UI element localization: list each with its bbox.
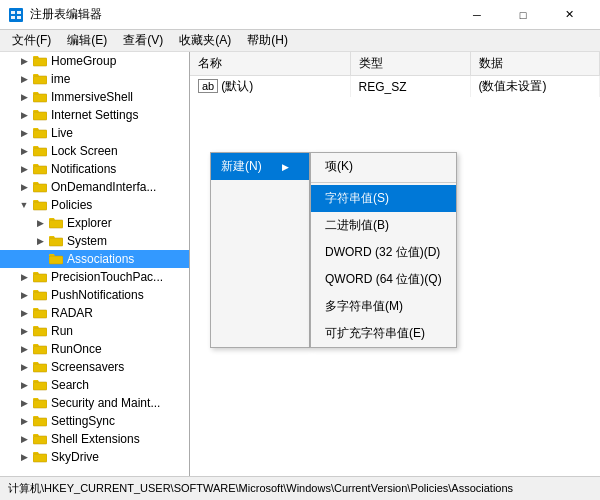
folder-icon <box>32 288 48 302</box>
status-path: 计算机\HKEY_CURRENT_USER\SOFTWARE\Microsoft… <box>8 481 513 496</box>
tree-item-ime[interactable]: ▶ ime <box>0 70 189 88</box>
tree-container: ▶ HomeGroup▶ ime▶ ImmersiveShell▶ Intern… <box>0 52 189 466</box>
svg-rect-4 <box>17 16 21 19</box>
tree-expander-icon[interactable]: ▶ <box>16 416 32 426</box>
svg-rect-39 <box>33 364 47 372</box>
menu-help[interactable]: 帮助(H) <box>239 30 296 51</box>
folder-icon <box>48 216 64 230</box>
tree-item-precisiontouchpac[interactable]: ▶ PrecisionTouchPac... <box>0 268 189 286</box>
context-menu-new[interactable]: 新建(N) ▶ <box>211 153 309 180</box>
tree-expander-icon[interactable]: ▶ <box>32 236 48 246</box>
tree-item-label: Associations <box>67 252 134 266</box>
tree-item-internetsettings[interactable]: ▶ Internet Settings <box>0 106 189 124</box>
tree-item-screensavers[interactable]: ▶ Screensavers <box>0 358 189 376</box>
tree-item-label: HomeGroup <box>51 54 116 68</box>
svg-rect-21 <box>33 202 47 210</box>
tree-panel: ▶ HomeGroup▶ ime▶ ImmersiveShell▶ Intern… <box>0 52 190 476</box>
tree-item-label: Search <box>51 378 89 392</box>
app-title: 注册表编辑器 <box>30 6 454 23</box>
tree-expander-icon[interactable]: ▶ <box>16 434 32 444</box>
context-submenu: 项(K) 字符串值(S) 二进制值(B) DWORD (32 位值)(D) QW… <box>310 152 457 348</box>
tree-item-homegroup[interactable]: ▶ HomeGroup <box>0 52 189 70</box>
tree-item-label: ime <box>51 72 70 86</box>
tree-expander-icon[interactable]: ▶ <box>16 326 32 336</box>
tree-item-shellextensions[interactable]: ▶ Shell Extensions <box>0 430 189 448</box>
svg-rect-31 <box>33 292 47 300</box>
tree-expander-icon[interactable]: ▶ <box>16 308 32 318</box>
svg-rect-3 <box>11 16 15 19</box>
tree-item-immersiveshell[interactable]: ▶ ImmersiveShell <box>0 88 189 106</box>
tree-expander-icon[interactable]: ▶ <box>16 380 32 390</box>
tree-item-label: Run <box>51 324 73 338</box>
svg-rect-29 <box>33 274 47 282</box>
right-panel: 名称 类型 数据 ab(默认)REG_SZ(数值未设置) 新建(N) ▶ 项(K… <box>190 52 600 476</box>
tree-expander-icon[interactable]: ▶ <box>16 110 32 120</box>
context-menu-container: 新建(N) ▶ 项(K) 字符串值(S) 二进制值(B) DWORD (32 位… <box>210 152 457 348</box>
submenu-item-4[interactable]: QWORD (64 位值)(Q) <box>311 266 456 293</box>
tree-item-radar[interactable]: ▶ RADAR <box>0 304 189 322</box>
submenu-item-0[interactable]: 项(K) <box>311 153 456 180</box>
tree-item-securityandmaint[interactable]: ▶ Security and Maint... <box>0 394 189 412</box>
folder-icon <box>48 234 64 248</box>
tree-expander-icon[interactable]: ▶ <box>16 344 32 354</box>
tree-expander-icon[interactable]: ▶ <box>16 164 32 174</box>
folder-icon <box>32 306 48 320</box>
svg-rect-43 <box>33 400 47 408</box>
close-button[interactable]: ✕ <box>546 0 592 30</box>
svg-rect-13 <box>33 130 47 138</box>
tree-expander-icon[interactable]: ▶ <box>16 398 32 408</box>
svg-rect-41 <box>33 382 47 390</box>
tree-expander-icon[interactable]: ▶ <box>16 92 32 102</box>
folder-icon <box>32 450 48 464</box>
submenu-item-2[interactable]: 二进制值(B) <box>311 212 456 239</box>
tree-expander-icon[interactable]: ▶ <box>16 128 32 138</box>
tree-item-runonce[interactable]: ▶ RunOnce <box>0 340 189 358</box>
tree-expander-icon[interactable]: ▶ <box>16 74 32 84</box>
folder-icon <box>32 342 48 356</box>
tree-expander-icon[interactable]: ▶ <box>16 272 32 282</box>
tree-item-notifications[interactable]: ▶ Notifications <box>0 160 189 178</box>
tree-expander-icon[interactable]: ▶ <box>32 218 48 228</box>
tree-expander-icon[interactable]: ▶ <box>16 452 32 462</box>
tree-item-associations[interactable]: Associations <box>0 250 189 268</box>
tree-expander-icon[interactable]: ▶ <box>16 182 32 192</box>
folder-icon <box>32 126 48 140</box>
tree-item-live[interactable]: ▶ Live <box>0 124 189 142</box>
table-row[interactable]: ab(默认)REG_SZ(数值未设置) <box>190 76 600 98</box>
context-menu-new-label: 新建(N) <box>221 158 262 175</box>
tree-item-search[interactable]: ▶ Search <box>0 376 189 394</box>
menu-favorites[interactable]: 收藏夹(A) <box>171 30 239 51</box>
folder-icon <box>32 162 48 176</box>
tree-item-settingsync[interactable]: ▶ SettingSync <box>0 412 189 430</box>
tree-scroll[interactable]: ▶ HomeGroup▶ ime▶ ImmersiveShell▶ Intern… <box>0 52 189 476</box>
menu-file[interactable]: 文件(F) <box>4 30 59 51</box>
folder-icon <box>32 414 48 428</box>
tree-item-label: SkyDrive <box>51 450 99 464</box>
submenu-item-6[interactable]: 可扩充字符串值(E) <box>311 320 456 347</box>
table-body: ab(默认)REG_SZ(数值未设置) <box>190 76 600 98</box>
tree-item-explorer[interactable]: ▶ Explorer <box>0 214 189 232</box>
maximize-button[interactable]: □ <box>500 0 546 30</box>
submenu-item-1[interactable]: 字符串值(S) <box>311 185 456 212</box>
app-icon <box>8 7 24 23</box>
tree-expander-icon[interactable]: ▶ <box>16 146 32 156</box>
col-name: 名称 <box>190 52 350 76</box>
tree-item-skydrive[interactable]: ▶ SkyDrive <box>0 448 189 466</box>
menu-edit[interactable]: 编辑(E) <box>59 30 115 51</box>
tree-item-lockscreen[interactable]: ▶ Lock Screen <box>0 142 189 160</box>
tree-item-run[interactable]: ▶ Run <box>0 322 189 340</box>
menu-view[interactable]: 查看(V) <box>115 30 171 51</box>
tree-item-pushnotifications[interactable]: ▶ PushNotifications <box>0 286 189 304</box>
tree-item-policies[interactable]: ▼ Policies <box>0 196 189 214</box>
tree-item-ondemandinterface[interactable]: ▶ OnDemandInterfa... <box>0 178 189 196</box>
tree-item-system[interactable]: ▶ System <box>0 232 189 250</box>
svg-rect-33 <box>33 310 47 318</box>
submenu-item-3[interactable]: DWORD (32 位值)(D) <box>311 239 456 266</box>
minimize-button[interactable]: ─ <box>454 0 500 30</box>
tree-expander-icon[interactable]: ▶ <box>16 56 32 66</box>
tree-expander-icon[interactable]: ▶ <box>16 290 32 300</box>
tree-expander-icon[interactable]: ▼ <box>16 200 32 210</box>
folder-icon <box>48 252 64 266</box>
submenu-item-5[interactable]: 多字符串值(M) <box>311 293 456 320</box>
tree-expander-icon[interactable]: ▶ <box>16 362 32 372</box>
